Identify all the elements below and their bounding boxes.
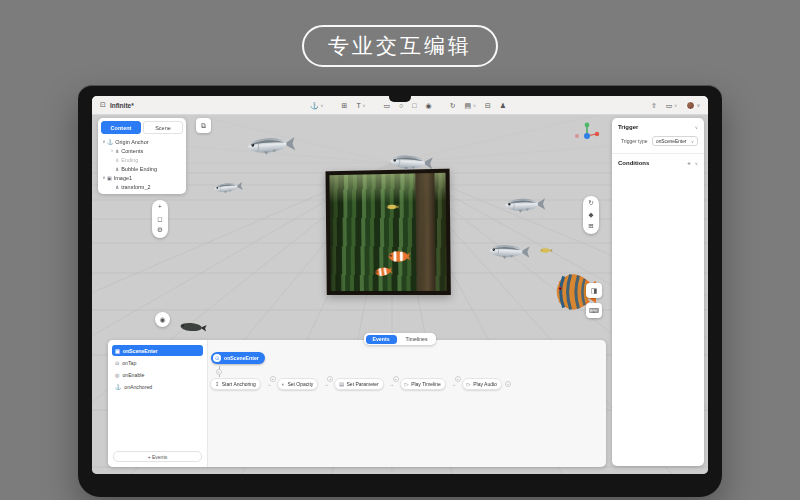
action-node-play-audio[interactable]: ▷ Play Audio: [462, 378, 502, 390]
event-item-onsceneenter[interactable]: ▣ onSceneEnter: [112, 345, 203, 356]
action-label: Play Timeline: [411, 381, 441, 387]
tree-item-origin-anchor[interactable]: ∨ ⚓ Origin Anchor: [101, 137, 183, 146]
split-view-button[interactable]: ◨: [586, 283, 602, 298]
titlebar-right: ⇧ ▭∨ ∨: [651, 96, 700, 115]
action-node-set-opacity[interactable]: ◐ Set Opacity: [277, 378, 318, 390]
selection-tool-icon[interactable]: ◻: [157, 216, 162, 223]
add-events-button[interactable]: + Events: [113, 451, 202, 462]
event-flow-canvas[interactable]: ⊙ onSceneEnter + ↧ Start Anchoring → +: [208, 340, 606, 467]
tab-events[interactable]: Events: [366, 335, 397, 344]
scene-tree: ∨ ⚓ Origin Anchor › ⋔ Contents ⋔ Ending …: [101, 137, 183, 191]
person-icon: ♟: [500, 102, 506, 110]
trigger-type-select[interactable]: onSceneEnter ∨: [652, 136, 698, 146]
flatten-tool-button[interactable]: ⊟: [485, 102, 491, 110]
chevron-down-icon: ∨: [691, 139, 694, 144]
action-node-play-timeline[interactable]: ▷ Play Timeline: [400, 378, 446, 390]
conditions-section-title: Conditions: [618, 160, 649, 166]
scene-enter-icon: ▣: [115, 348, 120, 354]
opacity-icon: ◐: [282, 381, 285, 387]
layers-tool-button[interactable]: ▤∨: [465, 102, 476, 110]
account-menu[interactable]: ∨: [686, 101, 700, 110]
flow-arrow-icon: →: [451, 381, 456, 387]
tree-item-bubble-ending[interactable]: ⋔ Bubble Ending: [101, 164, 183, 173]
laptop-mockup: + ◻ ⚙ ◉ ↻ ◆ ⊞ ◨ ⌨ ⊡ Infinite*: [78, 85, 722, 497]
insert-action-button[interactable]: +: [393, 376, 399, 382]
trigger-type-value: onSceneEnter: [656, 139, 686, 144]
add-tool-icon[interactable]: +: [158, 204, 162, 211]
editor-window: + ◻ ⚙ ◉ ↻ ◆ ⊞ ◨ ⌨ ⊡ Infinite*: [92, 96, 708, 474]
split-view-icon: ◨: [591, 287, 598, 295]
anchor-icon: ⚓: [107, 139, 113, 145]
fish-object[interactable]: [214, 182, 243, 195]
environment-button[interactable]: ◉: [155, 312, 170, 327]
dark-fish-object[interactable]: [180, 322, 207, 332]
cube-icon: ⊞: [342, 102, 348, 110]
orientation-gizmo[interactable]: [573, 119, 601, 147]
tab-timelines[interactable]: Timelines: [399, 335, 435, 344]
insert-action-button[interactable]: +: [455, 376, 461, 382]
insert-action-button[interactable]: +: [216, 369, 222, 375]
flow-link: → +: [387, 381, 397, 387]
settings-tool-icon[interactable]: ⚙: [157, 227, 163, 234]
transform-icon: ⋔: [115, 184, 119, 190]
gizmo-mode-tool-icon[interactable]: ◆: [589, 212, 594, 219]
insert-action-button[interactable]: +: [270, 376, 276, 382]
tree-item-transform-2[interactable]: ⋔ transform_2: [101, 182, 183, 191]
append-action-button[interactable]: +: [505, 381, 511, 387]
tree-item-contents[interactable]: › ⋔ Contents: [101, 146, 183, 155]
collapse-section-icon[interactable]: ∨: [695, 161, 698, 166]
loop-tool-button[interactable]: ↻: [450, 102, 456, 110]
fish-object[interactable]: [248, 136, 296, 155]
pages-button[interactable]: ⧉: [196, 118, 211, 133]
chevron-down-icon: ∨: [473, 103, 476, 108]
fish-object[interactable]: [390, 155, 433, 172]
orbit-tool-icon[interactable]: ↻: [588, 200, 593, 207]
grid-tool-icon[interactable]: ⊞: [588, 223, 593, 230]
play-icon: ▷: [467, 381, 471, 387]
enable-icon: ◎: [115, 372, 119, 378]
flow-link: → +: [264, 381, 274, 387]
flow-arrow-icon: →: [266, 381, 271, 387]
action-node-set-parameter[interactable]: ▤ Set Parameter: [334, 378, 383, 390]
circle-shape-button[interactable]: ○: [399, 102, 403, 109]
light-tool-button[interactable]: ◉: [426, 102, 432, 110]
anchor-tool-button[interactable]: ⚓∨: [310, 102, 324, 110]
pages-icon: ⧉: [201, 122, 206, 130]
library-button[interactable]: ▭∨: [666, 102, 677, 110]
fish-object[interactable]: [505, 198, 545, 213]
tree-item-ending[interactable]: ⋔ Ending: [101, 155, 183, 164]
viewport-left-toolbar: + ◻ ⚙: [152, 200, 168, 238]
tree-item-image1[interactable]: ∨ ▣ Image1: [101, 173, 183, 182]
share-button[interactable]: ⇧: [651, 102, 657, 110]
transform-icon: ⋔: [115, 166, 119, 172]
environment-icon: ◉: [159, 316, 165, 324]
trigger-node-onsceneenter[interactable]: ⊙ onSceneEnter: [211, 352, 265, 364]
events-list: ▣ onSceneEnter ⊙ onTap ◎ onEnable ⚓ onAn…: [108, 340, 208, 467]
tab-scene[interactable]: Scene: [143, 121, 183, 134]
event-item-onenable[interactable]: ◎ onEnable: [112, 369, 203, 380]
anchoring-icon: ↧: [215, 381, 219, 387]
event-label: onSceneEnter: [123, 348, 158, 354]
layers-icon: ▤: [465, 102, 472, 110]
anchor-icon: ⚓: [310, 102, 319, 110]
insert-action-button[interactable]: +: [327, 376, 333, 382]
fish-object[interactable]: [490, 245, 530, 260]
event-item-onanchored[interactable]: ⚓ onAnchored: [112, 381, 203, 392]
body-tracking-button[interactable]: ♟: [500, 102, 506, 110]
transform-icon: ⋔: [115, 157, 119, 163]
add-condition-button[interactable]: +: [687, 160, 691, 166]
text-tool-button[interactable]: T∨: [356, 102, 365, 109]
tree-item-label: transform_2: [121, 184, 150, 190]
device-preview-button[interactable]: ⌨: [586, 303, 602, 318]
event-item-ontap[interactable]: ⊙ onTap: [112, 357, 203, 368]
circle-icon: ○: [399, 102, 403, 109]
action-node-start-anchoring[interactable]: ↧ Start Anchoring: [210, 378, 261, 390]
tab-content[interactable]: Content: [101, 121, 141, 134]
yellow-fish-object[interactable]: [540, 248, 552, 252]
square-shape-button[interactable]: □: [412, 102, 416, 109]
trigger-node-label: onSceneEnter: [224, 355, 259, 361]
collapse-section-icon[interactable]: ∨: [695, 125, 698, 130]
object-tool-button[interactable]: ⊞: [342, 102, 348, 110]
library-icon: ▭: [666, 102, 673, 110]
frame-tool-button[interactable]: ▭: [383, 102, 390, 110]
